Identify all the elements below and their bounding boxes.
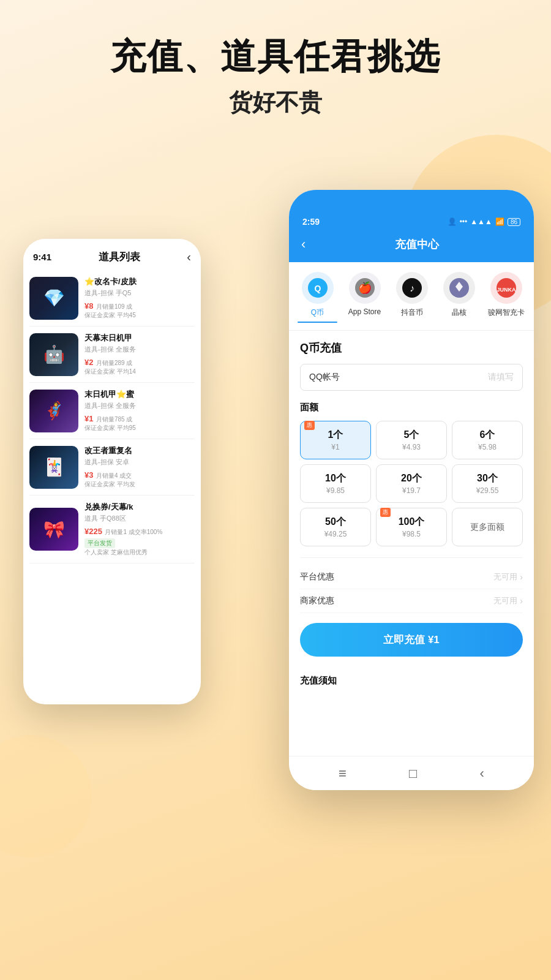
product-info: 天幕末日机甲 道具-担保 全服务 ¥2 月销量289 成 保证金卖家 平均14 xyxy=(84,333,195,376)
right-phone-nav: ‹ 充值中心 xyxy=(289,232,534,262)
header-subtitle: 货好不贵 xyxy=(0,87,551,118)
product-price: ¥2 xyxy=(84,358,93,367)
platform-badge: 平台发货 xyxy=(84,538,115,548)
product-item[interactable]: 🃏 改王者重复名 道具-担保 安卓 ¥3 月销量4 成交 保证金卖家 平均发 xyxy=(29,439,195,496)
recharge-title: Q币充值 xyxy=(300,341,523,355)
tab-douyin-label: 抖音币 xyxy=(401,307,423,318)
battery-icon: 86 xyxy=(508,218,520,226)
amount-count: 10个 xyxy=(305,472,365,485)
amount-cell-10[interactable]: 10个 ¥9.85 xyxy=(300,464,371,503)
promo-row-platform[interactable]: 平台优惠 无可用 › xyxy=(300,565,523,589)
douyin-icon: ♪ xyxy=(396,272,428,304)
product-name: 末日机甲⭐蜜 xyxy=(84,389,195,400)
product-sales: 月销量289 成 xyxy=(96,360,132,366)
product-name: ⭐改名卡/皮肤 xyxy=(84,276,195,287)
product-name: 改王者重复名 xyxy=(84,445,195,456)
amount-count: 30个 xyxy=(457,472,517,485)
amount-cell-100[interactable]: 惠 100个 ¥98.5 xyxy=(376,508,447,546)
product-desc: 道具-担保 全服务 xyxy=(84,345,195,354)
more-icon: ••• xyxy=(460,217,468,226)
product-info: ⭐改名卡/皮肤 道具-担保 手Q5 ¥8 月销量109 成 保证金卖家 平均45 xyxy=(84,276,195,320)
phones-container: 9:41 道具列表 ‹ 💎 ⭐改名卡/皮肤 道具-担保 手Q5 ¥8 月销量10… xyxy=(0,190,551,980)
tab-jinhe[interactable]: 晶核 xyxy=(439,272,479,323)
product-name: 天幕末日机甲 xyxy=(84,333,195,344)
amount-price: ¥1 xyxy=(305,443,365,451)
account-placeholder: 请填写 xyxy=(488,372,514,383)
notice-section: 充值须知 xyxy=(289,666,534,695)
svg-text:JUNKA: JUNKA xyxy=(497,287,516,293)
amount-cell-1[interactable]: 惠 1个 ¥1 xyxy=(300,421,371,459)
charge-button[interactable]: 立即充值 ¥1 xyxy=(300,623,523,657)
product-desc: 道具-担保 手Q5 xyxy=(84,288,195,298)
promo-row-merchant[interactable]: 商家优惠 无可用 › xyxy=(300,589,523,613)
amount-price: ¥98.5 xyxy=(381,530,441,538)
amount-cell-50[interactable]: 50个 ¥49.25 xyxy=(300,508,371,546)
tab-appstore-label: App Store xyxy=(348,307,381,316)
jinhe-icon xyxy=(443,272,475,304)
tab-qcoin-label: Q币 xyxy=(311,307,324,318)
product-desc: 道具-担保 安卓 xyxy=(84,458,195,467)
product-guarantee: 个人卖家 芝麻信用优秀 xyxy=(84,548,195,557)
product-image: 🤖 xyxy=(29,333,78,376)
qcoin-icon: Q xyxy=(302,272,334,304)
product-image: 🃏 xyxy=(29,446,78,489)
product-item[interactable]: 🦸 末日机甲⭐蜜 道具-担保 全服务 ¥1 月销量785 成 保证金卖家 平均9… xyxy=(29,383,195,439)
product-image: 🦸 xyxy=(29,390,78,432)
recharge-content: Q币充值 QQ帐号 请填写 面额 惠 1个 ¥1 5个 ¥4.93 xyxy=(289,331,534,666)
signal-icon: ▲▲▲ xyxy=(470,217,492,226)
discount-badge: 惠 xyxy=(304,421,315,430)
product-price: ¥8 xyxy=(84,301,93,311)
amount-price: ¥9.85 xyxy=(305,486,365,495)
right-nav-title: 充值中心 xyxy=(312,237,522,252)
product-name: 兑换券/天幕/k xyxy=(84,502,195,513)
amount-price: ¥49.25 xyxy=(305,530,365,538)
header-title: 充值、道具任君挑选 xyxy=(0,0,551,76)
tab-junka[interactable]: JUNKA 骏网智充卡 xyxy=(486,272,526,323)
nav-home-icon[interactable]: □ xyxy=(409,766,417,782)
nav-back-icon[interactable]: ‹ xyxy=(480,766,484,782)
amount-cell-6[interactable]: 6个 ¥5.98 xyxy=(452,421,523,459)
product-item[interactable]: 🎀 兑换券/天幕/k 道具 手Q88区 ¥225 月销量1 成交率100% 平台… xyxy=(29,496,195,564)
account-label: QQ帐号 xyxy=(309,372,488,383)
product-image: 💎 xyxy=(29,277,78,320)
account-input-row[interactable]: QQ帐号 请填写 xyxy=(300,364,523,391)
product-guarantee: 保证金卖家 平均14 xyxy=(84,368,195,376)
nav-menu-icon[interactable]: ≡ xyxy=(339,766,347,782)
tab-appstore[interactable]: 🍎 App Store xyxy=(345,272,384,323)
tab-qcoin[interactable]: Q Q币 xyxy=(298,272,337,323)
amount-cell-5[interactable]: 5个 ¥4.93 xyxy=(376,421,447,459)
wifi-icon: 📶 xyxy=(495,217,504,226)
product-info: 兑换券/天幕/k 道具 手Q88区 ¥225 月销量1 成交率100% 平台发货… xyxy=(84,502,195,557)
tab-douyin[interactable]: ♪ 抖音币 xyxy=(392,272,432,323)
status-time: 2:59 xyxy=(302,217,320,227)
product-price: ¥225 xyxy=(84,527,102,536)
amount-section-title: 面额 xyxy=(300,402,523,413)
amount-cell-30[interactable]: 30个 ¥29.55 xyxy=(452,464,523,503)
status-bar-bg xyxy=(289,190,534,209)
svg-text:♪: ♪ xyxy=(410,283,414,293)
amount-grid: 惠 1个 ¥1 5个 ¥4.93 6个 ¥5.98 10个 ¥9.85 xyxy=(300,421,523,546)
product-item[interactable]: 💎 ⭐改名卡/皮肤 道具-担保 手Q5 ¥8 月销量109 成 保证金卖家 平均… xyxy=(29,270,195,326)
left-back-arrow[interactable]: ‹ xyxy=(187,250,191,264)
promo-rows: 平台优惠 无可用 › 商家优惠 无可用 › xyxy=(300,557,523,613)
amount-cell-more[interactable]: 更多面额 xyxy=(452,508,523,546)
product-item[interactable]: 🤖 天幕末日机甲 道具-担保 全服务 ¥2 月销量289 成 保证金卖家 平均1… xyxy=(29,326,195,383)
service-tabs: Q Q币 🍎 App Store xyxy=(289,262,534,331)
right-back-button[interactable]: ‹ xyxy=(301,236,305,252)
amount-cell-20[interactable]: 20个 ¥19.7 xyxy=(376,464,447,503)
amount-price: ¥5.98 xyxy=(457,443,517,451)
product-image: 🎀 xyxy=(29,508,78,551)
promo-merchant-value: 无可用 xyxy=(493,595,517,606)
promo-platform-value: 无可用 xyxy=(493,571,517,582)
amount-count: 5个 xyxy=(381,429,441,442)
appstore-icon: 🍎 xyxy=(349,272,381,304)
amount-count: 1个 xyxy=(305,429,365,442)
left-phone-title: 道具列表 xyxy=(51,250,187,264)
promo-platform-label: 平台优惠 xyxy=(300,571,334,582)
status-icons: 👤 ••• ▲▲▲ 📶 86 xyxy=(448,217,520,226)
product-guarantee: 保证金卖家 平均45 xyxy=(84,311,195,320)
product-sales: 月销量1 成交率100% xyxy=(105,529,162,535)
product-sales: 月销量109 成 xyxy=(96,303,132,310)
tab-active-indicator xyxy=(298,322,337,323)
promo-merchant-label: 商家优惠 xyxy=(300,595,334,606)
